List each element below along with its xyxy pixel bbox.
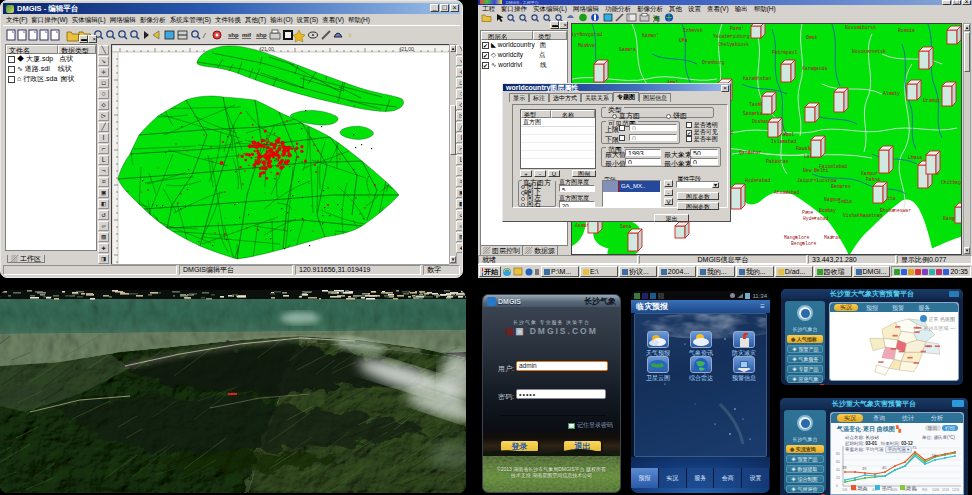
svg-text:75: 75 <box>912 445 917 450</box>
svg-text:60: 60 <box>836 460 840 464</box>
svg-text:1日: 1日 <box>842 488 847 492</box>
svg-text:Novokuznetsk: Novokuznetsk <box>852 49 886 54</box>
svg-text:海: 海 <box>652 15 660 23</box>
svg-text:Benares: Benares <box>831 184 851 189</box>
svg-text:Orenburg: Orenburg <box>702 60 725 65</box>
svg-text:Izhevsk: Izhevsk <box>683 28 703 33</box>
svg-text:India: India <box>838 199 852 204</box>
svg-text:shp: shp <box>256 32 267 38</box>
svg-text:40: 40 <box>836 468 840 472</box>
svg-text:/: / <box>202 31 206 40</box>
svg-text:56: 56 <box>932 453 937 458</box>
svg-text:Kazakhstan: Kazakhstan <box>743 76 771 81</box>
svg-text:Faisalabad: Faisalabad <box>819 164 847 169</box>
svg-text:Lhasa: Lhasa <box>908 155 922 160</box>
svg-text:20: 20 <box>836 476 840 480</box>
svg-text:shp: shp <box>228 32 239 38</box>
svg-text:Novosibirsk: Novosibirsk <box>845 25 876 30</box>
svg-text:|21.00: |21.00 <box>400 46 414 52</box>
svg-text:Bhubaneswar: Bhubaneswar <box>880 208 911 213</box>
svg-text:Qandahar: Qandahar <box>739 150 762 155</box>
svg-text:Yekaterinburg: Yekaterinburg <box>713 34 750 39</box>
svg-text:Chittagong: Chittagong <box>941 180 962 185</box>
svg-text:12日: 12日 <box>952 488 959 492</box>
svg-text:0: 0 <box>836 484 838 488</box>
svg-text:38: 38 <box>842 465 847 470</box>
svg-text:80: 80 <box>836 452 840 456</box>
svg-text:Jaipur Lucknow: Jaipur Lucknow <box>797 178 837 183</box>
svg-text:10日: 10日 <box>932 488 939 492</box>
svg-text:40: 40 <box>882 465 887 470</box>
svg-text:Pakistan: Pakistan <box>766 159 789 164</box>
svg-text:9日: 9日 <box>922 488 927 492</box>
svg-text:♀: ♀ <box>347 31 353 40</box>
svg-text:Nizhniy Novgorod: Nizhniy Novgorod <box>572 32 602 37</box>
svg-text:Vishakhapatnam: Vishakhapatnam <box>843 213 883 218</box>
svg-text:mif: mif <box>242 32 252 38</box>
svg-text:Chelyabinsk: Chelyabinsk <box>718 42 749 47</box>
svg-text:39: 39 <box>862 466 867 471</box>
svg-text:11日: 11日 <box>942 488 949 492</box>
svg-text:|21.00: |21.00 <box>260 46 274 52</box>
